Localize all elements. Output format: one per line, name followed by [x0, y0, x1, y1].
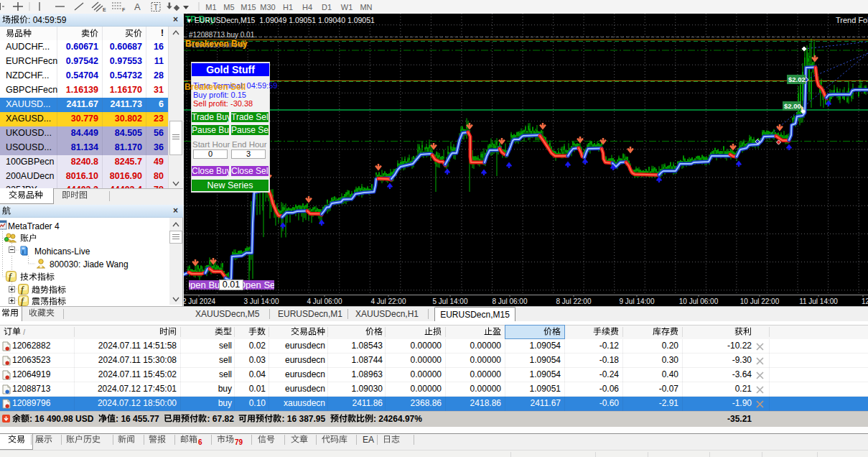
svg-text:3 Jul 14:00: 3 Jul 14:00	[244, 297, 279, 305]
svg-text:8 Jul 22:00: 8 Jul 22:00	[556, 297, 592, 305]
svg-text:A: A	[134, 1, 141, 12]
svg-text:T: T	[154, 4, 158, 11]
svg-text:F: F	[122, 7, 126, 12]
svg-text:12 Jul 06:00: 12 Jul 06:00	[862, 297, 868, 305]
svg-text:9 Jul 14:00: 9 Jul 14:00	[620, 297, 655, 305]
svg-text:2 Jul 2024: 2 Jul 2024	[184, 297, 216, 305]
svg-text:5 Jul 14:00: 5 Jul 14:00	[433, 297, 468, 305]
svg-text:$2.02: $2.02	[788, 75, 806, 83]
svg-text:4 Jul 22:00: 4 Jul 22:00	[371, 297, 406, 305]
svg-text:8 Jul 06:00: 8 Jul 06:00	[493, 297, 528, 305]
svg-text:4 Jul 06:00: 4 Jul 06:00	[307, 297, 342, 305]
svg-text:$2.00: $2.00	[784, 102, 801, 110]
svg-text:E: E	[103, 7, 106, 12]
svg-text:10 Jul 06:00: 10 Jul 06:00	[679, 297, 719, 305]
svg-text:10 Jul 22:00: 10 Jul 22:00	[740, 297, 780, 305]
svg-text:11 Jul 14:00: 11 Jul 14:00	[799, 297, 838, 305]
